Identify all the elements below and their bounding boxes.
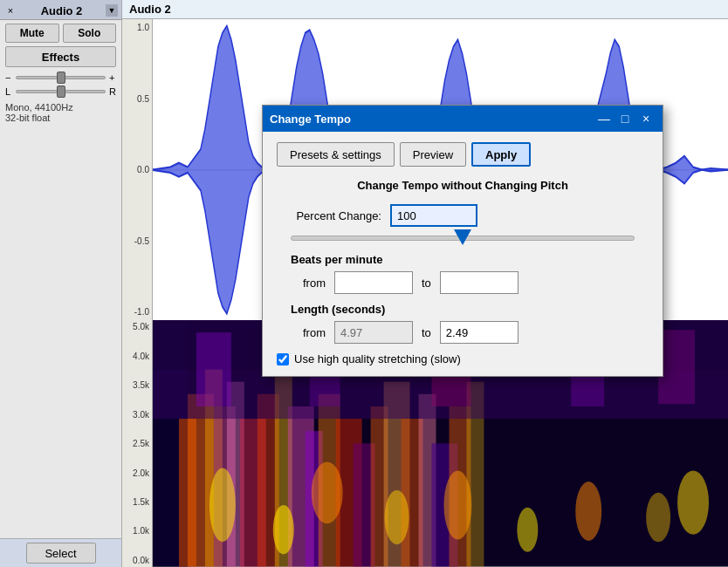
bpm-to-label: to: [413, 277, 440, 290]
select-button[interactable]: Select: [26, 543, 96, 564]
bpm-from-input[interactable]: [334, 271, 413, 294]
y-label-5: -1.0: [122, 307, 152, 317]
spec-y-4k: 4.0k: [122, 352, 152, 361]
svg-point-31: [677, 471, 709, 535]
pan-right-label: R: [109, 86, 116, 97]
dialog-top-buttons: Presets & settings Preview Apply: [277, 142, 649, 167]
spec-y-15k: 1.5k: [122, 497, 152, 507]
dialog-titlebar[interactable]: Change Tempo — □ ×: [263, 106, 663, 132]
length-row: from to: [277, 321, 649, 344]
spec-y-1k: 1.0k: [122, 526, 152, 536]
track-bottom-controls: Select: [0, 538, 121, 567]
dialog-close-button[interactable]: ×: [636, 109, 656, 128]
dialog-subtitle: Change Tempo without Changing Pitch: [277, 179, 649, 192]
track-title-bar: Audio 2: [122, 0, 728, 19]
length-to-label: to: [413, 326, 440, 339]
spec-y-25k: 2.5k: [122, 439, 152, 448]
track-controls: Mute Solo Effects − + L R: [0, 20, 121, 100]
svg-point-23: [209, 468, 236, 543]
svg-point-28: [517, 508, 538, 552]
track-sample-rate: Mono, 44100Hz: [5, 102, 116, 113]
spec-y-3k: 3.0k: [122, 410, 152, 420]
length-section-label: Length (seconds): [277, 303, 649, 316]
track-close-button[interactable]: ×: [3, 3, 17, 17]
checkbox-row: Use high quality stretching (slow): [277, 352, 649, 365]
apply-button[interactable]: Apply: [471, 142, 531, 167]
track-name-label: Audio 2: [17, 4, 106, 17]
svg-rect-34: [196, 333, 231, 407]
range-thumb[interactable]: [454, 229, 471, 245]
dialog-minimize-button[interactable]: —: [594, 109, 614, 128]
pan-thumb[interactable]: [57, 85, 65, 98]
percent-change-label: Percent Change:: [277, 209, 390, 222]
svg-point-24: [273, 505, 294, 555]
percent-change-row: Percent Change:: [277, 204, 649, 227]
presets-settings-button[interactable]: Presets & settings: [277, 142, 395, 167]
track-info: Mono, 44100Hz 32-bit float: [0, 100, 121, 125]
y-label-2: 0.5: [122, 94, 152, 104]
change-tempo-dialog: Change Tempo — □ × Presets & settings Pr…: [262, 105, 663, 377]
y-label-3: 0.0: [122, 165, 152, 174]
dialog-body: Presets & settings Preview Apply Change …: [263, 132, 663, 376]
svg-point-30: [646, 493, 670, 543]
spec-y-5k: 5.0k: [122, 322, 152, 331]
slider-container: [277, 236, 649, 241]
solo-button[interactable]: Solo: [63, 24, 117, 43]
svg-point-29: [575, 482, 601, 541]
svg-point-27: [443, 471, 471, 540]
track-header: × Audio 2 ▼: [0, 0, 121, 20]
volume-plus-label: +: [109, 72, 116, 83]
spec-y-0k: 0.0k: [122, 556, 152, 565]
bpm-section-label: Beats per minute: [277, 253, 649, 266]
volume-slider[interactable]: [16, 76, 106, 79]
pan-row: L R: [5, 86, 116, 97]
dialog-restore-button[interactable]: □: [615, 109, 635, 128]
spec-y-35k: 3.5k: [122, 380, 152, 390]
waveform-y-axis: 1.0 0.5 0.0 -0.5 -1.0: [122, 19, 153, 320]
range-track[interactable]: [291, 236, 635, 241]
track-dropdown-button[interactable]: ▼: [106, 4, 118, 17]
length-from-input[interactable]: [334, 321, 413, 344]
dialog-title: Change Tempo: [270, 113, 593, 126]
svg-rect-38: [658, 331, 695, 405]
track-panel: × Audio 2 ▼ Mute Solo Effects − + L: [0, 0, 122, 567]
bpm-to-input[interactable]: [440, 271, 519, 294]
percent-change-input[interactable]: [390, 204, 477, 227]
preview-button[interactable]: Preview: [400, 142, 466, 167]
mute-button[interactable]: Mute: [5, 24, 59, 43]
y-label-4: -0.5: [122, 236, 152, 246]
volume-thumb[interactable]: [57, 72, 65, 84]
checkbox-label: Use high quality stretching (slow): [294, 352, 461, 365]
bpm-row: from to: [277, 271, 649, 294]
quality-checkbox[interactable]: [277, 353, 289, 365]
bpm-from-label: from: [291, 277, 334, 290]
mute-solo-row: Mute Solo: [5, 24, 116, 43]
spectrogram-y-axis: 5.0k 4.0k 3.5k 3.0k 2.5k 2.0k 1.5k 1.0k …: [122, 320, 153, 567]
volume-minus-label: −: [5, 72, 12, 83]
pan-left-label: L: [5, 86, 12, 97]
svg-point-26: [385, 490, 409, 544]
y-label-1: 1.0: [122, 23, 152, 32]
volume-row: − +: [5, 72, 116, 83]
track-title-label: Audio 2: [129, 3, 171, 16]
length-section: Length (seconds) from to: [277, 303, 649, 344]
length-from-label: from: [291, 326, 334, 339]
length-to-input[interactable]: [440, 321, 519, 344]
spec-y-2k: 2.0k: [122, 468, 152, 478]
effects-button[interactable]: Effects: [5, 46, 116, 67]
svg-point-25: [312, 462, 343, 524]
pan-slider[interactable]: [16, 90, 106, 93]
track-bit-depth: 32-bit float: [5, 113, 116, 123]
